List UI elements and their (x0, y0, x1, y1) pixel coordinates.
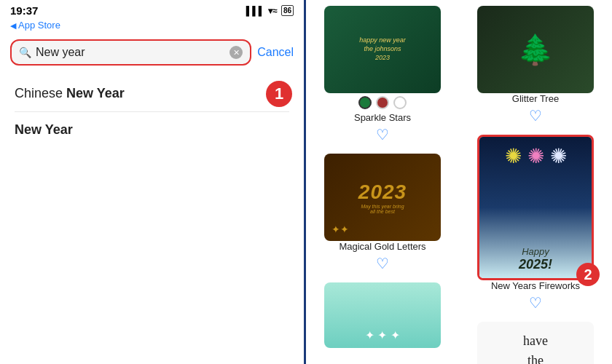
fireworks-burst: ✺ ✺ ✺ (505, 144, 567, 168)
wifi-icon: ▾≈ (268, 6, 278, 16)
suggestion-item-chinese-new-year[interactable]: Chinese New Year 1 (0, 76, 304, 111)
burst-pink: ✺ (527, 144, 544, 168)
card-sparkle-stars[interactable]: happy new yearthe johnsons2023 Sparkle S… (306, 0, 459, 148)
status-time: 19:37 (10, 4, 38, 17)
search-row: 🔍 New year ✕ Cancel (0, 35, 304, 70)
app-store-back[interactable]: App Store (0, 18, 304, 35)
fireworks-heart[interactable]: ♡ (529, 294, 542, 312)
status-bar: 19:37 ▌▌▌ ▾≈ 86 (0, 0, 304, 18)
burst-yellow: ✺ (505, 144, 522, 168)
search-input[interactable]: New year (36, 46, 225, 59)
left-panel: 19:37 ▌▌▌ ▾≈ 86 App Store 🔍 New year ✕ C… (0, 0, 306, 364)
badge-2: 2 (576, 263, 600, 286)
card-glitter-tree[interactable]: 🌲 Glitter Tree ♡ (459, 0, 612, 129)
fireworks-happy-text: Happy (519, 246, 552, 257)
sparkle-stars-thumbnail: happy new yearthe johnsons2023 (324, 6, 441, 93)
fireworks-year-text: 2025! (519, 257, 552, 272)
sparkle-stars-label: Sparkle Stars (354, 112, 411, 123)
glitter-tree-thumbnail: 🌲 (477, 6, 594, 93)
tree-icon: 🌲 (517, 33, 554, 67)
magical-gold-heart[interactable]: ♡ (376, 255, 389, 272)
fireworks-label: New Years Fireworks (491, 280, 580, 291)
signal-icon: ▌▌▌ (246, 6, 265, 16)
search-clear-button[interactable]: ✕ (230, 46, 243, 59)
cancel-button[interactable]: Cancel (257, 46, 294, 59)
teal-stars-thumbnail: ✦ ✦ ✦ (324, 282, 441, 348)
gold-year-text: 2023 (358, 181, 407, 204)
card-handwrite[interactable]: havethe (459, 316, 612, 364)
search-box[interactable]: 🔍 New year ✕ (10, 39, 251, 66)
handwrite-text: havethe (523, 331, 548, 364)
color-dot-red[interactable] (376, 96, 389, 109)
sparkle-stars-heart[interactable]: ♡ (376, 126, 389, 143)
teal-stars-decoration: ✦ ✦ ✦ (365, 328, 400, 342)
sparkle-stars-card-text: happy new yearthe johnsons2023 (359, 36, 406, 62)
magical-gold-thumbnail: 2023 May this year bringall the best ✦✦ (324, 154, 441, 241)
suggestion-list: Chinese New Year 1 New Year (0, 70, 304, 154)
badge-1: 1 (266, 81, 292, 107)
card-magical-gold[interactable]: 2023 May this year bringall the best ✦✦ … (306, 148, 459, 277)
glitter-tree-heart[interactable]: ♡ (529, 107, 542, 124)
color-dots (358, 96, 407, 109)
suggestion-bold: New Year (66, 86, 125, 100)
suggestion-bold-2: New Year (15, 122, 73, 137)
card-column-left: happy new yearthe johnsons2023 Sparkle S… (306, 0, 459, 364)
fireworks-caption: Happy 2025! (519, 246, 552, 272)
card-column-right: 🌲 Glitter Tree ♡ ✺ ✺ ✺ (459, 0, 612, 364)
fireworks-label-wrap: New Years Fireworks (491, 280, 580, 293)
card-new-years-fireworks[interactable]: ✺ ✺ ✺ Happy 2025! 2 New Years (459, 129, 612, 316)
gold-subtitle-text: May this year bringall the best (361, 204, 404, 214)
suggestion-item-new-year[interactable]: New Year (0, 112, 304, 148)
fireworks-thumbnail: ✺ ✺ ✺ Happy 2025! (477, 135, 594, 280)
card-teal-stars[interactable]: ✦ ✦ ✦ (306, 277, 459, 364)
search-icon: 🔍 (19, 47, 31, 58)
status-icons: ▌▌▌ ▾≈ 86 (246, 5, 294, 16)
cards-grid: happy new yearthe johnsons2023 Sparkle S… (306, 0, 612, 364)
right-panel: happy new yearthe johnsons2023 Sparkle S… (306, 0, 612, 364)
burst-white: ✺ (550, 144, 567, 168)
gold-sparkles-icon: ✦✦ (332, 223, 349, 235)
battery-indicator: 86 (281, 5, 294, 16)
handwrite-thumbnail: havethe (477, 322, 594, 364)
glitter-tree-label: Glitter Tree (512, 93, 559, 104)
magical-gold-label: Magical Gold Letters (339, 241, 425, 252)
color-dot-green[interactable] (358, 96, 372, 109)
color-dot-white[interactable] (393, 96, 407, 109)
